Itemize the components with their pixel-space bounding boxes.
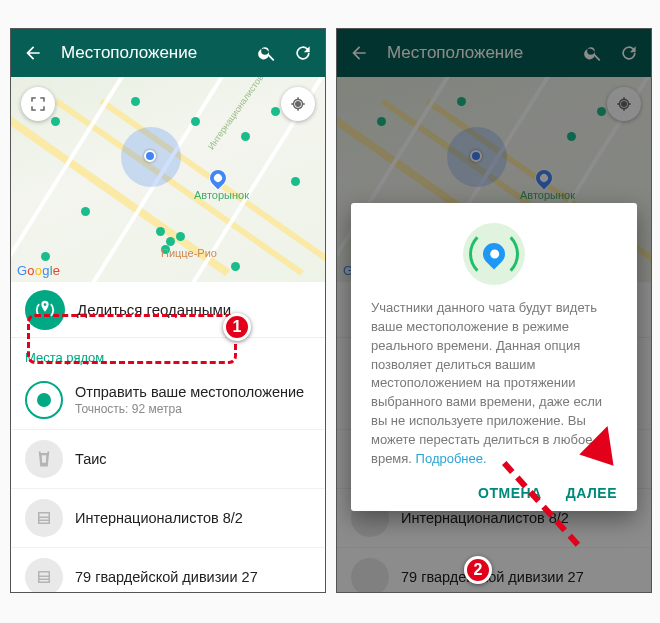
share-live-location-button[interactable]: Делиться геоданными	[11, 282, 325, 338]
send-current-title: Отправить ваше местоположение	[75, 384, 304, 400]
app-bar: Местоположение	[11, 29, 325, 77]
my-location-icon[interactable]	[281, 87, 315, 121]
search-icon[interactable]	[255, 41, 279, 65]
place-title: Таис	[75, 451, 107, 467]
place-title: 79 гвардейской дивизии 27	[75, 569, 258, 585]
page-title: Местоположение	[61, 43, 255, 63]
place-icon	[25, 499, 63, 537]
send-current-location[interactable]: Отправить ваше местоположение Точность: …	[11, 371, 325, 430]
map-view[interactable]: Интернационалистов Авторынок Пицце-Рио G…	[11, 77, 325, 282]
annotation-step-1: 1	[223, 313, 251, 341]
google-logo: Google	[17, 263, 60, 278]
fullscreen-icon[interactable]	[21, 87, 55, 121]
live-location-icon	[25, 290, 65, 330]
list-item[interactable]: 79 гвардейской дивизии 27	[11, 548, 325, 593]
list-item[interactable]: Интернационалистов 8/2	[11, 489, 325, 548]
share-live-location-label: Делиться геоданными	[77, 301, 231, 318]
learn-more-link[interactable]: Подробнее.	[416, 451, 487, 466]
screenshot-step-1: Местоположение Интернационалистов Авторы…	[10, 28, 326, 593]
refresh-icon[interactable]	[291, 41, 315, 65]
place-icon	[25, 558, 63, 593]
poi-label-avtorynok: Авторынок	[194, 189, 249, 201]
places-list: Отправить ваше местоположение Точность: …	[11, 371, 325, 593]
send-current-subtitle: Точность: 92 метра	[75, 402, 304, 416]
poi-label-pizzerio: Пицце-Рио	[161, 247, 217, 259]
annotation-arrow-tail	[502, 465, 622, 575]
my-location-dot	[144, 150, 156, 162]
place-icon	[25, 440, 63, 478]
nearby-places-header: Места рядом	[11, 338, 325, 371]
list-item[interactable]: Таис	[11, 430, 325, 489]
annotation-step-2: 2	[464, 556, 492, 584]
place-title: Интернационалистов 8/2	[75, 510, 243, 526]
target-icon	[25, 381, 63, 419]
back-icon[interactable]	[21, 41, 45, 65]
dialog-live-location-icon	[463, 223, 525, 285]
